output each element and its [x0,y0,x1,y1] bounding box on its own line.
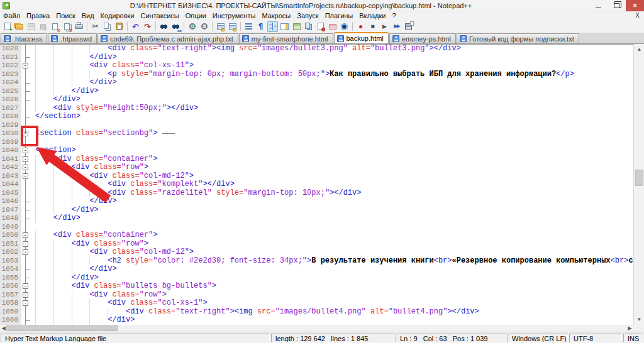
fold-collapse-marker[interactable]: - [21,299,30,308]
new-file-icon[interactable] [2,21,13,32]
code-text[interactable]: <div class="container"> [30,155,633,164]
copy-icon[interactable] [102,21,113,32]
code-line-1060[interactable]: 1060</div> [0,316,633,325]
paste-icon[interactable] [114,21,125,32]
code-text[interactable]: </div> [30,79,633,87]
minimize-button[interactable] [589,0,608,11]
code-line-1058[interactable]: 1058-<div class="col-xs-1"> [0,299,633,308]
scroll-up-arrow-icon[interactable]: ▲ [634,44,644,55]
fold-collapse-marker[interactable]: - [21,146,30,155]
replace-icon[interactable] [170,21,181,32]
fold-collapse-marker[interactable]: - [21,282,30,291]
code-text[interactable]: </div> [30,274,633,283]
menu-item-macro[interactable]: Макросы [258,11,294,20]
macro-stop-icon[interactable] [367,21,378,32]
menu-item-help[interactable]: ? [389,11,399,20]
fold-collapse-marker[interactable]: - [21,231,30,240]
mail-icon[interactable] [327,21,338,32]
tab-emoney-ps.html[interactable]: emoney-ps.html [389,33,456,43]
restore-button[interactable] [608,0,626,11]
word-wrap-icon[interactable] [243,21,254,32]
menu-item-search[interactable]: Поиск [53,11,78,20]
preview-eye-icon[interactable] [339,21,350,32]
find-icon[interactable] [158,21,169,32]
cut-icon[interactable] [90,21,101,32]
tab-code69.-admin-ajax.php.txt[interactable]: code69. Проблема с admin-ajax.php.txt [97,33,238,43]
code-text[interactable]: <div style="height:50px;"></div> [30,104,633,113]
code-line-1050[interactable]: 1050-<div class="container"> [0,231,633,240]
macro-record-icon[interactable] [355,21,366,32]
code-line-1055[interactable]: 1055</div> [0,274,633,283]
code-line-1056[interactable]: 1056-<div class="bullets bg-bullets"> [0,282,633,291]
fold-collapse-marker[interactable]: - [21,62,30,70]
code-text[interactable]: </div> [30,197,633,206]
zoom-out-icon[interactable] [199,21,209,32]
tab-my-first-smartphone.html[interactable]: my-first-smartphone.html [239,33,333,43]
tab-.htaccess[interactable]: .htaccess [1,33,47,43]
menu-item-plugins[interactable]: Плагины [322,11,357,20]
code-line-1028[interactable]: 1028</section> [0,112,633,121]
code-text[interactable]: <div class="text-right"><img src="images… [30,308,633,317]
macro-save-icon[interactable] [403,21,414,32]
open-folder-icon[interactable] [14,21,25,32]
code-line-1045[interactable]: 1045<div class="razdelitel" style="margi… [0,189,633,198]
menu-item-tools[interactable]: Инструменты [209,11,259,20]
tab-backup.html[interactable]: backup.html [334,32,389,43]
menu-item-view[interactable]: Вид [79,11,97,20]
close-icon[interactable] [50,21,60,32]
code-line-1051[interactable]: 1051-<div class="row"> [0,240,633,249]
function-list-icon[interactable] [291,21,302,32]
code-line-1044[interactable]: 1044<div class="komplekt"></div> [0,180,633,189]
tab-.htpasswd[interactable]: .htpasswd [48,33,97,43]
code-line-1039[interactable]: 1039 [0,138,633,147]
code-text[interactable]: </div> [30,95,633,104]
menu-item-edit[interactable]: Правка [23,11,53,20]
macro-play-icon[interactable] [379,21,390,32]
code-text[interactable]: <div class="col-md-12"> [30,172,633,181]
code-text[interactable]: </div> [30,265,633,274]
code-line-1046[interactable]: 1046</div> [0,197,633,206]
menu-item-file[interactable]: Файл [0,11,23,20]
code-text[interactable]: </div> [30,316,633,325]
code-line-1025[interactable]: 1025</div> [0,87,633,96]
fold-minus-box-icon[interactable]: - [23,283,28,289]
code-text[interactable] [30,121,633,130]
code-line-1053[interactable]: 1053<h2 style="color: #2e2d30; font-size… [0,257,633,266]
code-line-1029[interactable]: 1029 [0,121,633,130]
sync-horizontal-scroll-icon[interactable] [227,21,238,32]
code-line-1049[interactable]: 1049 [0,223,633,232]
run-external-icon[interactable] [315,21,326,32]
fold-minus-box-icon[interactable]: - [23,165,28,170]
code-line-1052[interactable]: 1052-<div class="col-md-12"> [0,248,633,257]
fold-minus-box-icon[interactable]: - [23,292,28,298]
fold-collapse-marker[interactable]: - [21,291,30,300]
code-line-1048[interactable]: 1048</div> [0,214,633,223]
indent-guide-icon[interactable] [267,21,278,32]
sync-vertical-scroll-icon[interactable] [215,21,226,32]
macro-run-multiple-icon[interactable] [391,21,402,32]
code-line-1030[interactable]: 1030+<section class="sectionbg"> [0,129,633,138]
code-line-1021[interactable]: 1021</div> [0,53,633,62]
close-button[interactable] [626,0,644,11]
code-text[interactable]: <div class="row"> [30,291,633,300]
vertical-scroll-thumb[interactable] [635,170,643,186]
code-line-1043[interactable]: 1043-<div class="col-md-12"> [0,172,633,181]
code-text[interactable]: <div class="col-md-12"> [30,248,633,257]
code-text[interactable]: <div class="row"> [30,240,633,249]
code-text[interactable]: </div> [30,206,633,215]
fold-minus-box-icon[interactable]: - [23,232,28,238]
code-text[interactable]: </div> [30,53,633,62]
code-line-1059[interactable]: 1059<div class="text-right"><img src="im… [0,308,633,317]
code-text[interactable] [30,223,633,232]
code-text[interactable]: <div class="bullets bg-bullets"> [30,282,633,291]
doc-switcher-icon[interactable] [303,21,314,32]
menu-item-settings[interactable]: Опции [182,11,209,20]
fold-collapse-marker[interactable]: - [21,155,30,164]
menu-item-run[interactable]: Запуск [294,11,321,20]
fold-minus-box-icon[interactable]: - [23,156,28,162]
code-text[interactable]: <section class="sectionbg"> [30,129,633,138]
code-text[interactable]: <div class="komplekt"></div> [30,180,633,189]
fold-minus-box-icon[interactable]: - [23,148,28,153]
horizontal-scrollbar[interactable]: ◀ ▶ [0,325,633,332]
code-line-1024[interactable]: 1024</div> [0,79,633,87]
